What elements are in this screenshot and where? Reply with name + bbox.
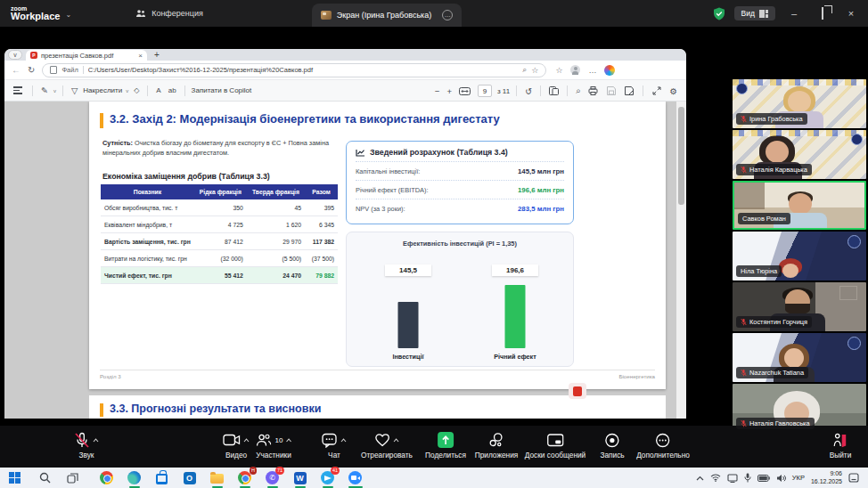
tray-chevron-up-icon[interactable] (696, 476, 704, 481)
whiteboards-button[interactable]: Доски сообщений (525, 431, 585, 460)
muted-mic-icon (741, 166, 747, 174)
print-icon[interactable] (588, 86, 598, 95)
word-icon: W (294, 472, 307, 484)
fullscreen-icon[interactable] (652, 86, 661, 95)
view-button[interactable]: Вид (734, 6, 775, 20)
participant-tile[interactable]: Наталія Карвацька (733, 130, 866, 179)
pdf-content-area[interactable]: 3.2. Захід 2: Модернізація біоенергетики… (4, 102, 686, 419)
favorite-star-icon[interactable]: ☆ (531, 66, 538, 75)
toc-icon[interactable] (13, 85, 22, 96)
page-view-icon[interactable] (549, 86, 559, 95)
browser-profile-icon[interactable] (570, 65, 580, 75)
record-button[interactable]: Запись (600, 431, 624, 460)
open-in-acrobat-button[interactable] (569, 383, 586, 399)
taskbar-edge[interactable] (127, 470, 142, 485)
zoom-workplace-logo[interactable]: zoom Workplace ⌄ (11, 5, 71, 21)
pdf-file-icon: P (30, 52, 37, 59)
scrollbar-thumb[interactable] (678, 107, 684, 205)
taskbar-outlook[interactable]: O (182, 470, 197, 485)
wifi-icon[interactable] (710, 474, 721, 482)
chevron-down-icon[interactable]: v (53, 88, 56, 94)
favorites-bar-icon[interactable]: ☆ (555, 66, 562, 75)
save-as-icon[interactable] (625, 86, 634, 95)
draw-label[interactable]: Накреслити (83, 86, 122, 94)
tab-screen-share[interactable]: Экран (Ірина Грабовська) … (312, 4, 462, 27)
settings-gear-icon[interactable]: ⚙ (669, 86, 677, 96)
tab-close-icon[interactable]: × (138, 52, 143, 60)
battery-icon[interactable] (757, 475, 770, 482)
search-button[interactable] (37, 470, 53, 485)
chevron-down-icon[interactable]: ⌄ (65, 11, 71, 19)
more-button[interactable]: Дополнительно (636, 431, 690, 460)
chevron-up-icon[interactable] (340, 438, 347, 443)
leave-door-icon (832, 433, 848, 448)
taskbar-zoom[interactable] (348, 470, 363, 485)
language-indicator[interactable]: УКР (792, 474, 805, 482)
page-number-input[interactable] (478, 85, 492, 97)
taskbar-word[interactable]: W (292, 470, 307, 485)
cast-icon[interactable] (727, 474, 738, 483)
taskbar-telegram[interactable]: 41 (320, 470, 335, 485)
zoom-in-icon[interactable]: + (446, 86, 452, 96)
participants-button[interactable]: 10 Участники (256, 431, 292, 460)
rotate-icon[interactable]: ↺ (525, 86, 532, 96)
participant-tile[interactable]: Nazarchuk Tatiana (733, 333, 866, 382)
refresh-icon[interactable]: ↻ (28, 65, 35, 75)
zoom-out-icon[interactable]: − (435, 86, 440, 96)
participant-tile[interactable]: Костянтин Горчиця (733, 282, 866, 331)
close-button[interactable]: × (841, 8, 861, 19)
tab-search-chevron[interactable]: v (8, 50, 22, 60)
col-header: Тверда фракція (247, 184, 305, 199)
leave-button[interactable]: Выйти (830, 431, 852, 460)
chevron-up-icon[interactable] (285, 438, 291, 443)
taskbar-explorer[interactable] (209, 470, 225, 485)
notifications-icon[interactable] (848, 473, 859, 483)
new-tab-button[interactable]: + (154, 50, 160, 60)
tab-options-icon[interactable]: … (442, 10, 453, 20)
fit-width-icon[interactable] (459, 87, 471, 95)
start-button[interactable] (7, 470, 22, 485)
chevron-up-icon[interactable] (93, 438, 99, 443)
minimize-button[interactable]: – (784, 8, 804, 19)
taskbar-chrome-profile[interactable]: H (237, 470, 252, 485)
tab-meeting[interactable]: Конференция (125, 0, 214, 27)
back-icon[interactable]: ← (12, 65, 20, 75)
taskbar-store[interactable] (154, 470, 169, 485)
react-button[interactable]: Отреагировать (361, 431, 413, 460)
more-ellipsis-icon (656, 433, 671, 448)
copilot-icon[interactable] (604, 65, 615, 76)
share-screen-button[interactable]: Поделиться (425, 431, 466, 460)
mic-icon[interactable] (744, 473, 751, 483)
browser-tab[interactable]: P презентація Савков.pdf × (26, 50, 147, 61)
task-view-button[interactable] (65, 470, 80, 485)
highlighter-icon[interactable]: ✎ (41, 85, 48, 95)
eraser-icon[interactable]: ◇ (134, 86, 139, 94)
url-field[interactable]: Файл C:/Users/User/Desktop/Захист%2016-1… (42, 63, 546, 77)
participant-tile[interactable]: Ірина Грабовська (733, 79, 866, 128)
search-document-icon[interactable]: ⌕ (576, 85, 580, 96)
restore-button[interactable] (813, 8, 832, 19)
pdf-scrollbar[interactable] (676, 102, 686, 419)
text-size-icon[interactable]: A (156, 86, 160, 94)
audio-button[interactable]: Звук (74, 431, 99, 460)
chevron-up-icon[interactable] (243, 438, 250, 443)
chat-bubble-icon (322, 433, 338, 448)
video-button[interactable]: Видео (223, 431, 250, 460)
zoom-page-icon[interactable]: ⌕ (522, 65, 527, 75)
speaker-icon[interactable] (776, 474, 786, 483)
ask-copilot-button[interactable]: Запитати в Copilot (192, 86, 252, 94)
participant-tile[interactable]: Ніла Тюріна (733, 232, 866, 281)
chevron-up-icon[interactable] (393, 438, 399, 443)
participant-tile-active-speaker[interactable]: Савков Роман (733, 181, 866, 230)
save-icon[interactable] (607, 86, 616, 95)
chat-button[interactable]: Чат (322, 431, 347, 460)
security-shield-icon[interactable] (713, 7, 725, 20)
chevron-down-icon[interactable]: v (126, 88, 128, 94)
read-aloud-icon[interactable]: ab (168, 86, 176, 94)
taskbar-viber[interactable]: ✆71 (265, 470, 280, 485)
taskbar-chrome[interactable] (99, 470, 114, 485)
draw-icon[interactable]: ▽ (71, 85, 78, 95)
apps-button[interactable]: Приложения (475, 431, 519, 460)
browser-menu-icon[interactable]: … (588, 66, 596, 75)
clock[interactable]: 9:06 16.12.2025 (811, 470, 842, 486)
